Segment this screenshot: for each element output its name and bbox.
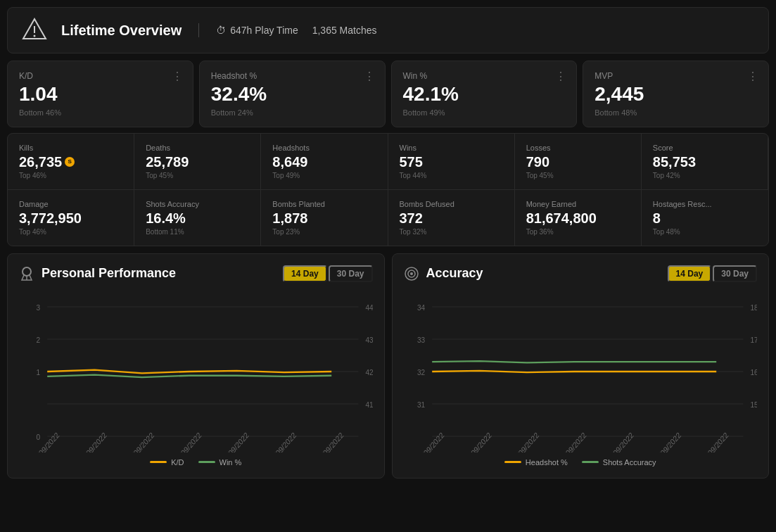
winpct-card: Win % 42.1% Bottom 49% ⋮ bbox=[391, 61, 578, 127]
svg-text:17: 17 bbox=[750, 335, 757, 344]
kd-menu[interactable]: ⋮ bbox=[172, 70, 184, 83]
performance-chart-header: Personal Performance 14 Day 30 Day bbox=[19, 265, 373, 282]
svg-point-2 bbox=[34, 35, 36, 37]
money-earned-value: 81,674,800 bbox=[526, 210, 630, 227]
mvp-sub: Bottom 48% bbox=[594, 108, 757, 117]
performance-title-area: Personal Performance bbox=[19, 266, 176, 281]
svg-text:41: 41 bbox=[365, 400, 372, 409]
bombs-defused-sub: Top 32% bbox=[400, 228, 503, 236]
kd-sub: Bottom 46% bbox=[19, 108, 182, 117]
money-earned-sub: Top 36% bbox=[526, 228, 630, 236]
damage-label: Damage bbox=[19, 200, 122, 208]
stat-cards-row: K/D 1.04 Bottom 46% ⋮ Headshot % 32.4% B… bbox=[7, 61, 769, 127]
svg-text:1: 1 bbox=[37, 367, 41, 376]
accuracy-tab-14day[interactable]: 14 Day bbox=[668, 265, 712, 282]
svg-text:34: 34 bbox=[416, 303, 424, 312]
legend-sa-label: Shots Accuracy bbox=[603, 458, 656, 467]
shots-accuracy-value: 16.4% bbox=[146, 210, 249, 227]
score-label: Score bbox=[653, 144, 756, 152]
svg-text:2: 2 bbox=[37, 335, 41, 344]
svg-point-27 bbox=[410, 272, 413, 275]
wins-sub: Top 44% bbox=[400, 172, 503, 179]
performance-chart-area: 3 2 1 0 44 43 42 41 12/09/2022 14/09/202… bbox=[19, 291, 373, 452]
svg-text:3: 3 bbox=[37, 303, 41, 312]
svg-text:42: 42 bbox=[365, 367, 372, 376]
bombs-planted-value: 1,878 bbox=[272, 210, 376, 227]
accuracy-chart-card: Accuracy 14 Day 30 Day 34 33 32 31 bbox=[392, 253, 770, 479]
score-sub: Top 42% bbox=[653, 172, 756, 179]
performance-tab-30day[interactable]: 30 Day bbox=[329, 265, 373, 282]
kd-card: K/D 1.04 Bottom 46% ⋮ bbox=[7, 61, 193, 127]
mvp-card: MVP 2,445 Bottom 48% ⋮ bbox=[583, 61, 769, 127]
wins-stat: Wins 575 Top 44% bbox=[388, 134, 515, 189]
accuracy-chart-tabs: 14 Day 30 Day bbox=[668, 265, 757, 282]
wins-value: 575 bbox=[400, 154, 503, 170]
accuracy-svg: 34 33 32 31 18 17 16 15 12/09/2022 14/09… bbox=[404, 291, 758, 452]
legend-kd: K/D bbox=[150, 458, 184, 467]
playtime-stat: ⏱ 647h Play Time bbox=[216, 25, 298, 36]
accuracy-chart-area: 34 33 32 31 18 17 16 15 12/09/2022 14/09… bbox=[404, 291, 758, 452]
performance-tab-14day[interactable]: 14 Day bbox=[283, 265, 327, 282]
legend-hs-label: Headshot % bbox=[526, 458, 568, 467]
bombs-defused-label: Bombs Defused bbox=[400, 200, 503, 208]
hostages-value: 8 bbox=[653, 210, 757, 227]
svg-text:18/09/2022: 18/09/2022 bbox=[556, 430, 587, 452]
svg-text:16/09/2022: 16/09/2022 bbox=[125, 430, 155, 452]
bombs-planted-stat: Bombs Planted 1,878 Top 23% bbox=[261, 189, 388, 246]
damage-stat: Damage 3,772,950 Top 46% bbox=[8, 189, 134, 246]
winpct-menu[interactable]: ⋮ bbox=[555, 70, 568, 83]
svg-text:12/09/2022: 12/09/2022 bbox=[30, 430, 61, 452]
losses-stat: Losses 790 Top 45% bbox=[515, 134, 642, 189]
accuracy-title-area: Accuracy bbox=[404, 266, 483, 281]
wins-label: Wins bbox=[400, 144, 503, 152]
svg-point-3 bbox=[23, 267, 31, 276]
kills-badge: S bbox=[65, 157, 75, 167]
svg-text:22/09/2022: 22/09/2022 bbox=[651, 430, 682, 452]
accuracy-legend: Headshot % Shots Accuracy bbox=[404, 458, 758, 467]
performance-chart-title: Personal Performance bbox=[42, 266, 176, 281]
deaths-sub: Top 45% bbox=[146, 172, 249, 179]
legend-sa: Shots Accuracy bbox=[582, 458, 656, 467]
hs-label: Headshot % bbox=[211, 71, 374, 81]
accuracy-tab-30day[interactable]: 30 Day bbox=[713, 265, 757, 282]
svg-text:44: 44 bbox=[365, 303, 372, 312]
page-title: Lifetime Overview bbox=[61, 23, 182, 39]
svg-text:18: 18 bbox=[750, 303, 757, 312]
svg-text:20/09/2022: 20/09/2022 bbox=[220, 430, 250, 452]
matches-value: 1,365 Matches bbox=[312, 25, 377, 36]
game-logo-icon bbox=[22, 18, 47, 43]
hs-card: Headshot % 32.4% Bottom 24% ⋮ bbox=[199, 61, 386, 127]
headshots-label: Headshots bbox=[272, 144, 376, 152]
mvp-menu[interactable]: ⋮ bbox=[747, 70, 760, 83]
kills-label: Kills bbox=[19, 144, 122, 152]
medal-icon bbox=[19, 266, 34, 281]
mini-stats-grid: Kills 26,735 S Top 46% Deaths 25,789 Top… bbox=[7, 133, 769, 246]
hostages-sub: Top 48% bbox=[653, 228, 757, 236]
hs-menu[interactable]: ⋮ bbox=[364, 70, 376, 83]
hostages-stat: Hostages Resc... 8 Top 48% bbox=[642, 189, 768, 246]
svg-text:32: 32 bbox=[416, 367, 424, 376]
svg-text:31: 31 bbox=[416, 400, 424, 409]
score-stat: Score 85,753 Top 42% bbox=[642, 134, 768, 189]
kills-stat: Kills 26,735 S Top 46% bbox=[8, 134, 134, 189]
money-earned-label: Money Earned bbox=[526, 200, 630, 208]
mvp-value: 2,445 bbox=[594, 84, 757, 106]
winpct-sub: Bottom 49% bbox=[403, 108, 566, 117]
damage-sub: Top 46% bbox=[19, 228, 122, 236]
svg-text:14/09/2022: 14/09/2022 bbox=[462, 430, 492, 452]
hs-value: 32.4% bbox=[211, 84, 374, 106]
deaths-label: Deaths bbox=[146, 144, 249, 152]
legend-winpct-line bbox=[198, 461, 215, 463]
legend-kd-line bbox=[150, 461, 167, 463]
performance-chart-card: Personal Performance 14 Day 30 Day 3 2 1… bbox=[7, 253, 385, 479]
hostages-label: Hostages Resc... bbox=[653, 200, 757, 208]
performance-chart-tabs: 14 Day 30 Day bbox=[283, 265, 372, 282]
header-divider bbox=[198, 23, 199, 37]
shots-accuracy-sub: Bottom 11% bbox=[146, 228, 249, 236]
header: Lifetime Overview ⏱ 647h Play Time 1,365… bbox=[7, 7, 769, 53]
losses-sub: Top 45% bbox=[526, 172, 630, 179]
losses-label: Losses bbox=[526, 144, 630, 152]
svg-text:20/09/2022: 20/09/2022 bbox=[604, 430, 635, 452]
charts-row: Personal Performance 14 Day 30 Day 3 2 1… bbox=[7, 253, 769, 479]
bombs-planted-label: Bombs Planted bbox=[272, 200, 376, 208]
